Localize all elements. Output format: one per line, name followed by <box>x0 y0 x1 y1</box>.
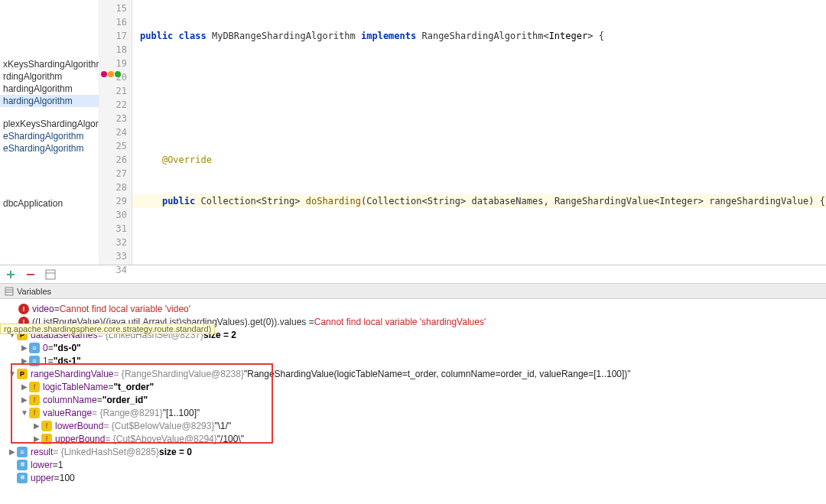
gutter-run-icons[interactable] <box>101 71 121 77</box>
expand-icon[interactable]: ▼ <box>20 408 29 417</box>
debugger-panel: Variables rg.apache.shardingsphere.core.… <box>0 265 826 504</box>
tree-view-icon[interactable] <box>44 268 57 281</box>
element-icon: ≡ <box>29 356 40 366</box>
expand-icon[interactable]: ▶ <box>8 447 17 456</box>
expand-icon[interactable]: ▶ <box>32 434 41 443</box>
param-icon: P <box>17 369 28 379</box>
expand-icon[interactable]: ▶ <box>20 382 29 391</box>
remove-watch-icon[interactable] <box>24 268 37 281</box>
field-icon: f <box>41 421 52 431</box>
expand-icon[interactable]: ▶ <box>32 421 41 430</box>
svg-rect-3 <box>46 270 55 279</box>
package-hint: rg.apache.shardingsphere.core.strategy.r… <box>0 324 215 334</box>
code-editor[interactable]: public class MyDBRangeShardingAlgorithm … <box>132 0 826 265</box>
variables-icon <box>5 287 14 296</box>
svg-rect-5 <box>5 288 13 295</box>
element-icon: ⌗ <box>17 460 28 470</box>
tree-item[interactable]: eShardingAlgorithm <box>0 130 99 142</box>
line-gutter[interactable]: 151617 181920 212223 242526 272829 30313… <box>99 0 132 265</box>
variables-title: Variables <box>17 287 51 296</box>
expand-icon[interactable]: ▼ <box>8 369 17 378</box>
element-icon: ⌗ <box>17 473 28 483</box>
variables-tree[interactable]: rg.apache.shardingsphere.core.strategy.r… <box>0 299 826 504</box>
field-icon: f <box>29 395 40 405</box>
editor-region: xKeysShardingAlgorithm rdingAlgorithm ha… <box>0 0 826 265</box>
error-icon: ! <box>18 304 29 314</box>
variables-header[interactable]: Variables <box>0 284 826 299</box>
tree-item[interactable]: dbcApplication <box>0 197 99 210</box>
tree-item[interactable]: plexKeysShardingAlgorith <box>0 118 99 130</box>
element-icon: ≡ <box>17 447 28 457</box>
expand-icon[interactable]: ▶ <box>20 395 29 404</box>
field-icon: f <box>41 434 52 444</box>
svg-rect-1 <box>10 271 11 278</box>
element-icon: ≡ <box>29 343 40 353</box>
tree-item[interactable]: rdingAlgorithm <box>0 70 99 83</box>
project-tree[interactable]: xKeysShardingAlgorithm rdingAlgorithm ha… <box>0 0 99 265</box>
expand-icon[interactable]: ▶ <box>20 343 29 352</box>
field-icon: f <box>29 382 40 392</box>
tree-item-active[interactable]: hardingAlgorithm <box>0 95 99 107</box>
tree-item[interactable]: hardingAlgorithm <box>0 83 99 95</box>
expand-icon[interactable]: ▶ <box>20 356 29 365</box>
tree-item[interactable]: eShardingAlgorithm <box>0 142 99 154</box>
svg-rect-2 <box>27 274 34 275</box>
field-icon: f <box>29 408 40 418</box>
new-watch-icon[interactable] <box>5 268 17 281</box>
tree-item[interactable]: xKeysShardingAlgorithm <box>0 58 99 70</box>
